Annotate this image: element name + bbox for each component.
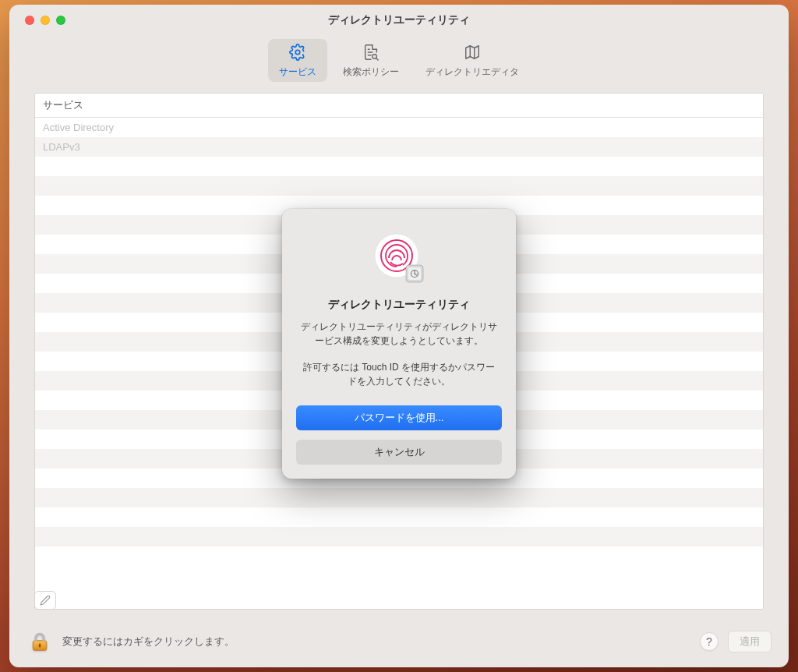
- touch-id-icon: [370, 229, 428, 287]
- app-window: ディレクトリユーティリティ サービス 検索ポリシー ディレクトリエディタ サービ…: [9, 5, 789, 667]
- svg-line-5: [376, 58, 379, 61]
- table-row-empty: [35, 488, 763, 508]
- lock-hint-text: 変更するにはカギをクリックします。: [62, 635, 690, 649]
- zoom-window-button[interactable]: [56, 16, 65, 25]
- apply-button[interactable]: 適用: [728, 631, 772, 653]
- map-icon: [464, 44, 481, 61]
- svg-rect-10: [39, 644, 41, 648]
- dialog-message: ディレクトリユーティリティがディレクトリサービス構成を変更しようとしています。: [296, 320, 502, 348]
- tab-services[interactable]: サービス: [268, 39, 327, 82]
- minimize-window-button[interactable]: [41, 16, 50, 25]
- dialog-title: ディレクトリユーティリティ: [296, 298, 502, 312]
- unlock-button[interactable]: [26, 628, 53, 655]
- table-header-services[interactable]: サービス: [35, 94, 763, 118]
- close-window-button[interactable]: [25, 16, 34, 25]
- cancel-button[interactable]: キャンセル: [296, 440, 502, 465]
- svg-point-0: [295, 50, 300, 55]
- tab-search-policy-label: 検索ポリシー: [343, 65, 399, 79]
- dialog-hint: 許可するには Touch ID を使用するかパスワードを入力してください。: [296, 360, 502, 388]
- help-button[interactable]: ?: [700, 632, 719, 651]
- table-row[interactable]: Active Directory: [35, 118, 763, 137]
- table-row-empty: [35, 157, 763, 176]
- use-password-button[interactable]: パスワードを使用...: [296, 405, 502, 430]
- titlebar: ディレクトリユーティリティ: [9, 5, 789, 36]
- pencil-icon: [40, 595, 51, 606]
- tab-search-policy[interactable]: 検索ポリシー: [332, 39, 410, 82]
- auth-dialog: ディレクトリユーティリティ ディレクトリユーティリティがディレクトリサービス構成…: [282, 209, 516, 479]
- table-row[interactable]: LDAPv3: [35, 137, 763, 157]
- edit-button[interactable]: [34, 591, 56, 610]
- svg-marker-6: [466, 46, 479, 59]
- table-row-empty: [35, 508, 763, 527]
- toolbar: サービス 検索ポリシー ディレクトリエディタ: [9, 36, 789, 93]
- window-title: ディレクトリユーティリティ: [22, 13, 776, 27]
- tab-directory-editor[interactable]: ディレクトリエディタ: [415, 39, 530, 82]
- tab-services-label: サービス: [279, 65, 316, 79]
- tab-directory-editor-label: ディレクトリエディタ: [425, 65, 519, 79]
- lock-icon: [28, 630, 51, 653]
- document-search-icon: [362, 44, 380, 61]
- table-row-empty: [35, 527, 763, 546]
- traffic-lights: [25, 16, 65, 25]
- gear-icon: [289, 44, 306, 61]
- table-row-empty: [35, 176, 763, 196]
- footer: 変更するにはカギをクリックします。 ? 適用: [9, 621, 789, 667]
